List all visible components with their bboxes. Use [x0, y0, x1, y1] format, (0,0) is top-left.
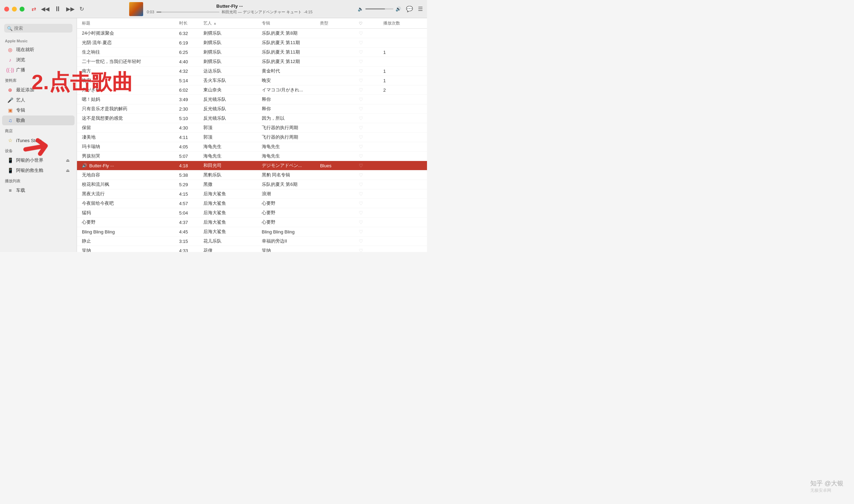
cell-loved[interactable]: ♡	[359, 144, 383, 149]
table-row[interactable]: 玛卡瑞纳4:05海龟先生海龟先生♡	[77, 142, 427, 152]
heart-icon[interactable]: ♡	[359, 49, 363, 55]
eject-icon-2[interactable]: ⏏	[66, 168, 70, 173]
sidebar-item-browse[interactable]: ♪ 浏览	[2, 55, 75, 65]
table-row[interactable]: 凄美地4:11郭顶飞行器的执行周期♡	[77, 133, 427, 142]
cell-loved[interactable]: ♡	[359, 229, 383, 234]
table-row[interactable]: 笑纳4:33花僮笑纳♡	[77, 246, 427, 252]
sidebar-item-device1[interactable]: 📱 阿银的小世界 ⏏	[2, 155, 75, 165]
cell-loved[interactable]: ♡	[359, 30, 383, 36]
heart-icon[interactable]: ♡	[359, 68, 363, 74]
table-row[interactable]: 校花和流川枫5:29黑撒乐队的夏天 第6期♡	[77, 180, 427, 189]
cell-loved[interactable]: ♡	[359, 87, 383, 93]
heart-icon[interactable]: ♡	[359, 229, 363, 234]
table-row[interactable]: 猛犸5:04后海大鲨鱼心要野♡	[77, 208, 427, 218]
table-row[interactable]: 只有音乐才是我的解药2:30反光镜乐队释你♡	[77, 104, 427, 114]
heart-icon[interactable]: ♡	[359, 134, 363, 140]
table-row[interactable]: Bling Bling Bling4:45后海大鲨鱼Bling Bling Bl…	[77, 227, 427, 237]
heart-icon[interactable]: ♡	[359, 78, 363, 83]
cell-loved[interactable]: ♡	[359, 97, 383, 102]
heart-icon[interactable]: ♡	[359, 125, 363, 131]
cell-loved[interactable]: ♡	[359, 68, 383, 74]
heart-icon[interactable]: ♡	[359, 219, 363, 225]
table-row[interactable]: 无地自容5:38黑豹乐队黑豹 同名专辑♡	[77, 170, 427, 180]
heart-icon[interactable]: ♡	[359, 238, 363, 244]
cell-loved[interactable]: ♡	[359, 125, 383, 131]
table-row[interactable]: 二十一世纪，当我们还年轻时4:40刺猬乐队乐队的夏天 第12期♡	[77, 57, 427, 66]
cell-loved[interactable]: ♡	[359, 59, 383, 64]
next-button[interactable]: ▶▶	[66, 6, 75, 12]
table-row[interactable]: 今夜留给今夜吧4:57后海大鲨鱼心要野♡	[77, 199, 427, 208]
table-row[interactable]: 晚安5:14丢火车乐队晚安♡1	[77, 76, 427, 85]
shuffle-button[interactable]: ⇄	[31, 6, 36, 12]
cell-loved[interactable]: ♡	[359, 210, 383, 216]
heart-icon[interactable]: ♡	[359, 59, 363, 64]
table-row[interactable]: 光阴·流年·夏恋6:19刺猬乐队乐队的夏天 第11期♡	[77, 38, 427, 48]
table-row[interactable]: 🔊Butter-Fly ···4:18和田光司デジモンアドベン...Blues♡	[77, 161, 427, 170]
sidebar-item-itunes[interactable]: ☆ iTunes Store	[2, 135, 75, 145]
th-genre[interactable]: 类型	[320, 20, 359, 26]
heart-icon[interactable]: ♡	[359, 30, 363, 36]
table-row[interactable]: 生之响往6:25刺猬乐队乐队的夏天 第11期♡1	[77, 48, 427, 57]
sidebar-item-device2[interactable]: 📱 阿银的救生舱 ⏏	[2, 166, 75, 175]
th-plays[interactable]: 播放次数	[383, 20, 422, 26]
queue-button[interactable]: ☰	[418, 6, 423, 12]
heart-icon[interactable]: ♡	[359, 191, 363, 197]
cell-loved[interactable]: ♡	[359, 238, 383, 244]
repeat-button[interactable]: ↻	[79, 6, 84, 12]
table-row[interactable]: 心要野4:37后海大鲨鱼心要野♡	[77, 218, 427, 227]
heart-icon[interactable]: ♡	[359, 87, 363, 93]
progress-bar[interactable]	[156, 12, 219, 13]
table-row[interactable]: 静止3:15花儿乐队幸福的旁边II♡	[77, 237, 427, 246]
heart-icon[interactable]: ♡	[359, 144, 363, 149]
cell-loved[interactable]: ♡	[359, 40, 383, 46]
cell-loved[interactable]: ♡	[359, 153, 383, 159]
th-duration[interactable]: 时长	[179, 20, 203, 26]
cell-loved[interactable]: ♡	[359, 172, 383, 178]
cell-loved[interactable]: ♡	[359, 115, 383, 121]
th-loved[interactable]: ♡	[359, 20, 383, 26]
minimize-button[interactable]	[12, 7, 17, 12]
sidebar-item-artists[interactable]: 🎤 艺人	[2, 95, 75, 105]
cell-loved[interactable]: ♡	[359, 182, 383, 187]
lyrics-button[interactable]: 💬	[406, 6, 413, 12]
heart-icon[interactable]: ♡	[359, 182, 363, 187]
heart-icon[interactable]: ♡	[359, 40, 363, 46]
close-button[interactable]	[4, 7, 9, 12]
cell-loved[interactable]: ♡	[359, 163, 383, 168]
table-row[interactable]: 黑夜大流行4:15后海大鲨鱼浪潮♡	[77, 189, 427, 199]
cell-loved[interactable]: ♡	[359, 49, 383, 55]
sidebar-item-playlist-car[interactable]: ≡ 车载	[2, 186, 75, 195]
table-row[interactable]: 月がきれい6:02東山奈央イマココ/月がきれ...♡2	[77, 85, 427, 95]
table-row[interactable]: 24小时摇滚聚会6:32刺猬乐队乐队的夏天 第8期♡	[77, 29, 427, 38]
cell-loved[interactable]: ♡	[359, 106, 383, 112]
table-row[interactable]: 男孩别哭5:07海龟先生海龟先生♡	[77, 152, 427, 161]
heart-icon[interactable]: ♡	[359, 115, 363, 121]
maximize-button[interactable]	[20, 7, 24, 12]
heart-icon[interactable]: ♡	[359, 201, 363, 206]
cell-loved[interactable]: ♡	[359, 201, 383, 206]
volume-bar[interactable]	[365, 8, 393, 9]
sidebar-item-albums[interactable]: ▣ 专辑	[2, 105, 75, 115]
search-input[interactable]	[4, 24, 72, 33]
eject-icon-1[interactable]: ⏏	[66, 158, 70, 163]
heart-icon[interactable]: ♡	[359, 97, 363, 102]
sidebar-item-radio[interactable]: ((·)) 广播	[2, 65, 75, 75]
prev-button[interactable]: ◀◀	[41, 6, 49, 12]
heart-icon[interactable]: ♡	[359, 210, 363, 216]
cell-loved[interactable]: ♡	[359, 219, 383, 225]
table-row[interactable]: 南方4:32达达乐队黄金时代♡1	[77, 66, 427, 76]
cell-loved[interactable]: ♡	[359, 134, 383, 140]
heart-icon[interactable]: ♡	[359, 172, 363, 178]
table-row[interactable]: 保留4:30郭顶飞行器的执行周期♡	[77, 123, 427, 133]
sidebar-item-listen-now[interactable]: ◎ 现在就听	[2, 45, 75, 55]
th-artist[interactable]: 艺人 ▲	[203, 20, 262, 26]
heart-icon[interactable]: ♡	[359, 163, 363, 168]
cell-loved[interactable]: ♡	[359, 191, 383, 197]
sidebar-item-songs[interactable]: ♫ 歌曲	[2, 115, 75, 125]
heart-icon[interactable]: ♡	[359, 153, 363, 159]
cell-loved[interactable]: ♡	[359, 248, 383, 252]
sidebar-item-recently-added[interactable]: ⊕ 最近添加	[2, 85, 75, 95]
th-title[interactable]: 标题	[82, 20, 179, 26]
cell-loved[interactable]: ♡	[359, 78, 383, 83]
table-row[interactable]: 嗯！姑妈3:49反光镜乐队释你♡	[77, 95, 427, 104]
